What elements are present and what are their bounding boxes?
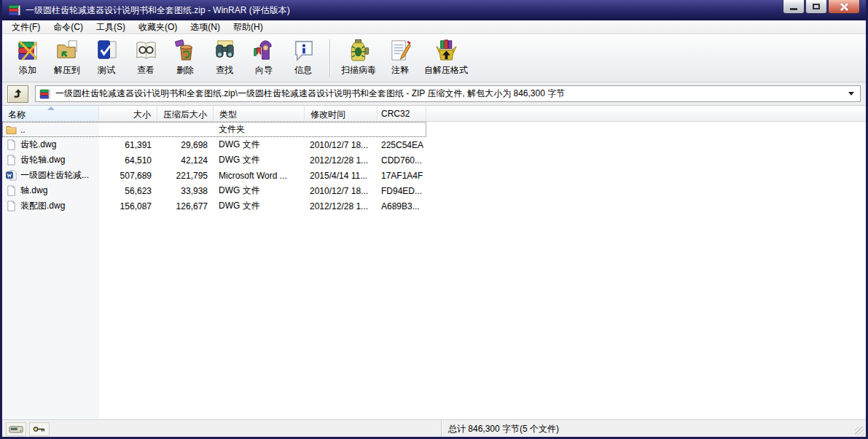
- statusbar: 总计 846,300 字节(5 个文件): [2, 419, 866, 438]
- wizard-label: 向导: [255, 64, 273, 77]
- addressbar: 一级圆柱齿轮减速器设计说明书和全套图纸.zip\一级圆柱齿轮减速器设计说明书和全…: [2, 82, 866, 106]
- menu-favorites[interactable]: 收藏夹(O): [132, 20, 184, 35]
- menu-tools[interactable]: 工具(S): [90, 20, 132, 35]
- delete-label: 删除: [176, 64, 194, 77]
- menu-options[interactable]: 选项(N): [184, 20, 227, 35]
- column-header-modified[interactable]: 修改时间: [305, 106, 378, 121]
- resize-grip[interactable]: [855, 427, 864, 436]
- maximize-icon: [813, 4, 820, 9]
- minimize-button[interactable]: [783, 0, 805, 14]
- add-label: 添加: [19, 64, 36, 77]
- test-label: 测试: [98, 64, 115, 77]
- cell-name: 齿轮轴.dwg: [2, 154, 99, 166]
- wizard-button[interactable]: 向导: [244, 37, 284, 79]
- cell-size: 56,623: [99, 186, 157, 196]
- window-title: 一级圆柱齿轮减速器设计说明书和全套图纸.zip - WinRAR (评估版本): [26, 4, 861, 17]
- test-button[interactable]: 测试: [87, 37, 126, 79]
- key-icon: [33, 425, 46, 433]
- menu-file[interactable]: 文件(F): [5, 20, 47, 35]
- cell-name: 一级圆柱齿轮减...: [2, 169, 99, 182]
- find-icon: [213, 39, 237, 63]
- address-dropdown-icon[interactable]: [848, 92, 854, 96]
- add-button[interactable]: 添加: [8, 37, 47, 79]
- cell-type: 文件夹: [214, 123, 305, 136]
- sort-asc-icon: [47, 106, 55, 110]
- toolbar: 添加 解压到 测试: [2, 34, 866, 82]
- find-button[interactable]: 查找: [205, 37, 244, 79]
- comment-button[interactable]: 注释: [380, 37, 420, 79]
- comment-label: 注释: [391, 64, 409, 77]
- extract-to-button[interactable]: 解压到: [47, 37, 87, 79]
- cell-crc: 17AF1A4F: [378, 171, 426, 181]
- cell-type: Microsoft Word ...: [214, 171, 305, 181]
- info-icon: [292, 39, 316, 63]
- cell-packed: 33,938: [157, 186, 214, 196]
- titlebar: 一级圆柱齿轮减速器设计说明书和全套图纸.zip - WinRAR (评估版本): [2, 0, 866, 20]
- drive-select-cell[interactable]: [6, 422, 26, 436]
- delete-button[interactable]: 删除: [165, 37, 205, 79]
- virus-scan-icon: [347, 39, 371, 63]
- column-header-crc32[interactable]: CRC32: [378, 106, 426, 121]
- list-item-file[interactable]: 齿轮.dwg 61,391 29,698 DWG 文件 2010/12/7 18…: [2, 137, 426, 152]
- cell-packed: 126,677: [157, 201, 214, 211]
- cell-modified: 2010/12/7 18...: [305, 186, 378, 196]
- cell-crc: CDD760...: [378, 155, 426, 166]
- cell-crc: 225C54EA: [378, 140, 426, 150]
- column-header-name[interactable]: 名称: [2, 106, 99, 121]
- file-name: 轴.dwg: [20, 184, 47, 197]
- virus-scan-button[interactable]: 扫描病毒: [337, 37, 380, 79]
- list-item-parent-dir[interactable]: .. 文件夹: [2, 122, 426, 137]
- view-button[interactable]: 查看: [126, 37, 165, 79]
- cell-modified: 2015/4/14 11...: [305, 171, 378, 181]
- maximize-button[interactable]: [805, 0, 827, 14]
- file-name: 齿轮.dwg: [20, 139, 56, 151]
- virus-scan-label: 扫描病毒: [341, 64, 376, 77]
- view-file-icon: [134, 39, 158, 63]
- cell-size: 64,510: [99, 155, 157, 166]
- sfx-button[interactable]: 自解压格式: [420, 37, 472, 79]
- info-button[interactable]: 信息: [284, 37, 323, 79]
- file-name: 一级圆柱齿轮减...: [20, 169, 89, 182]
- extract-to-label: 解压到: [54, 64, 80, 77]
- cell-modified: 2010/12/7 18...: [305, 140, 378, 150]
- cell-type: DWG 文件: [214, 139, 305, 151]
- column-header-type[interactable]: 类型: [214, 106, 305, 121]
- up-one-level-button[interactable]: [7, 85, 28, 103]
- file-name: 齿轮轴.dwg: [20, 154, 65, 166]
- cell-crc: A689B3...: [378, 201, 426, 211]
- column-header-filler: [426, 106, 866, 121]
- file-icon: [6, 139, 17, 150]
- list-item-file[interactable]: 一级圆柱齿轮减... 507,689 221,795 Microsoft Wor…: [2, 168, 426, 183]
- column-label: 名称: [8, 109, 26, 120]
- find-label: 查找: [216, 64, 233, 77]
- cell-name: 轴.dwg: [2, 184, 99, 197]
- password-cell[interactable]: [29, 422, 50, 436]
- statusbar-right: 总计 846,300 字节(5 个文件): [442, 420, 866, 438]
- cell-name: 装配图.dwg: [2, 200, 99, 212]
- list-item-file[interactable]: 轴.dwg 56,623 33,938 DWG 文件 2010/12/7 18.…: [2, 183, 426, 198]
- extract-to-icon: [55, 39, 79, 63]
- cell-size: 156,087: [99, 201, 157, 211]
- column-header-size[interactable]: 大小: [99, 106, 157, 121]
- winrar-window: 一级圆柱齿轮减速器设计说明书和全套图纸.zip - WinRAR (评估版本) …: [0, 0, 868, 439]
- address-path: 一级圆柱齿轮减速器设计说明书和全套图纸.zip\一级圆柱齿轮减速器设计说明书和全…: [55, 88, 844, 100]
- file-icon: [6, 185, 17, 196]
- close-button[interactable]: [828, 0, 860, 14]
- drive-icon: [9, 424, 23, 434]
- cell-name: ..: [2, 124, 99, 135]
- menu-help[interactable]: 帮助(H): [227, 20, 270, 35]
- cell-packed: 42,124: [157, 155, 214, 166]
- cell-name: 齿轮.dwg: [2, 139, 99, 151]
- list-item-file[interactable]: 齿轮轴.dwg 64,510 42,124 DWG 文件 2012/12/28 …: [2, 152, 426, 168]
- cell-type: DWG 文件: [214, 154, 305, 166]
- list-rows: .. 文件夹 齿轮.dwg 61,391 29,698 DWG: [2, 122, 866, 214]
- file-name: 装配图.dwg: [20, 200, 65, 212]
- file-icon: [6, 201, 17, 211]
- window-controls: [782, 0, 860, 14]
- address-combobox[interactable]: 一级圆柱齿轮减速器设计说明书和全套图纸.zip\一级圆柱齿轮减速器设计说明书和全…: [35, 85, 861, 102]
- menu-commands[interactable]: 命令(C): [47, 20, 90, 35]
- column-header-packed[interactable]: 压缩后大小: [157, 106, 214, 121]
- cell-type: DWG 文件: [214, 200, 305, 212]
- list-item-file[interactable]: 装配图.dwg 156,087 126,677 DWG 文件 2012/12/2…: [2, 198, 426, 214]
- wizard-icon: [252, 39, 276, 63]
